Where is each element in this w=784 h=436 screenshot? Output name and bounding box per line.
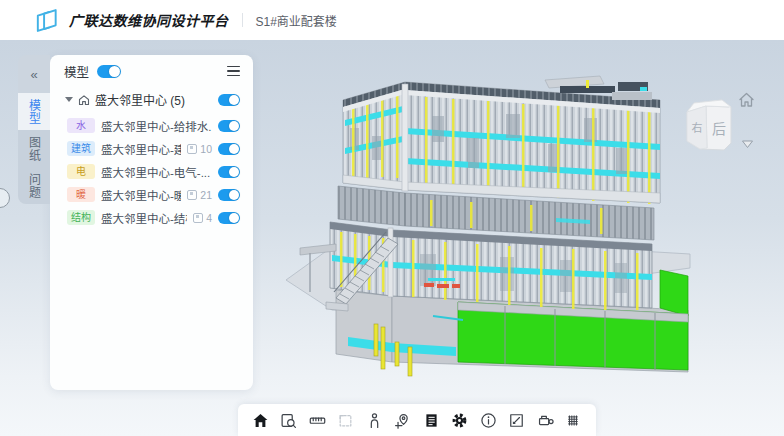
tree-item[interactable]: 水盛大邻里中心-给排水... (50, 114, 253, 137)
sidebar-collapse-button[interactable]: « (18, 55, 50, 93)
sidebar-tab-issues[interactable]: 问题 (18, 167, 50, 204)
toolbar-icon-zoom-select[interactable] (278, 408, 300, 432)
tree-root-toggle[interactable] (218, 94, 240, 106)
tree-root-label: 盛大邻里中心 (5) (95, 91, 213, 108)
discipline-tag: 电 (67, 164, 95, 179)
tree-item[interactable]: 建筑盛大邻里中心-建筑-...10 (50, 137, 253, 160)
toolbar-icon-walkthrough[interactable] (363, 408, 385, 432)
toolbar-icon-home[interactable] (249, 408, 271, 432)
cube-front-label[interactable]: 后 (712, 121, 726, 137)
project-name: S1#商业配套楼 (256, 12, 337, 29)
model-name: 盛大邻里中心-暖通-... (101, 187, 181, 203)
bottom-toolbar (238, 404, 596, 436)
model-panel: 模型 盛大邻里中心 (5) 水盛大邻里中心-给排水...建筑盛大邻里中心-建筑-… (50, 55, 253, 390)
model-name: 盛大邻里中心-建筑-... (101, 141, 181, 157)
app-logo-icon (33, 7, 60, 34)
view-cube[interactable]: 右 后 (687, 100, 731, 150)
toolbar-icon-viewpoint[interactable] (392, 408, 414, 432)
home-view-button[interactable] (740, 94, 753, 107)
visibility-toggle[interactable] (218, 143, 240, 155)
discipline-tag: 建筑 (67, 141, 95, 156)
toolbar-icon-info[interactable] (477, 408, 499, 432)
model-panel-header: 模型 (50, 55, 253, 87)
model-name: 盛大邻里中心-给排水... (101, 118, 212, 134)
project-home-icon (78, 94, 90, 106)
model-count: 4 (193, 212, 212, 224)
model-visibility-master-toggle[interactable] (97, 65, 121, 78)
app-title: 广联达数维协同设计平台 (69, 10, 229, 30)
toolbar-icon-settings[interactable] (449, 408, 471, 432)
toolbar-icon-component-list[interactable] (420, 408, 442, 432)
sidebar: « 模型图纸问题 (18, 55, 50, 204)
tree-item[interactable]: 暖盛大邻里中心-暖通-...21 (50, 183, 253, 206)
sidebar-tab-drawings[interactable]: 图纸 (18, 130, 50, 167)
sidebar-tabs: 模型图纸问题 (18, 93, 50, 204)
cube-side-label[interactable]: 右 (692, 121, 703, 134)
discipline-tag: 结构 (67, 210, 95, 225)
model-panel-title: 模型 (64, 62, 89, 81)
tree-item[interactable]: 电盛大邻里中心-电气-... (50, 160, 253, 183)
caret-down-icon[interactable] (65, 97, 73, 102)
model-count-icon (187, 144, 197, 154)
toolbar-icon-fullscreen[interactable] (506, 408, 528, 432)
discipline-tag: 水 (67, 118, 95, 133)
discipline-tag: 暖 (67, 187, 95, 202)
toolbar-icon-section-box[interactable] (335, 408, 357, 432)
viewport-area: 右 后 « 模型图纸问题 模型 盛大邻里中心 (5) 水盛大邻里中 (0, 40, 784, 436)
model-count-icon (187, 190, 197, 200)
model-count: 10 (187, 143, 212, 155)
model-name: 盛大邻里中心-电气-... (101, 164, 212, 180)
model-tree-list: 水盛大邻里中心-给排水...建筑盛大邻里中心-建筑-...10电盛大邻里中心-电… (50, 112, 253, 229)
building-model[interactable] (300, 76, 688, 376)
toolbar-icon-record[interactable] (534, 408, 556, 432)
tree-root-row[interactable]: 盛大邻里中心 (5) (50, 87, 253, 112)
visibility-toggle[interactable] (218, 212, 240, 224)
model-name: 盛大邻里中心-结构-... (101, 210, 187, 226)
toolbar-icon-grid[interactable] (563, 408, 585, 432)
model-count-icon (193, 213, 203, 223)
visibility-toggle[interactable] (218, 189, 240, 201)
app-header: 广联达数维协同设计平台 S1#商业配套楼 (0, 0, 784, 40)
visibility-toggle[interactable] (218, 166, 240, 178)
tree-item[interactable]: 结构盛大邻里中心-结构-...4 (50, 206, 253, 229)
sidebar-tab-model[interactable]: 模型 (18, 93, 50, 130)
header-divider (242, 13, 243, 27)
cube-menu-button[interactable] (743, 141, 753, 148)
model-count: 21 (187, 189, 212, 201)
toolbar-icon-measure[interactable] (306, 408, 328, 432)
visibility-toggle[interactable] (218, 120, 240, 132)
panel-menu-icon[interactable] (227, 64, 240, 79)
